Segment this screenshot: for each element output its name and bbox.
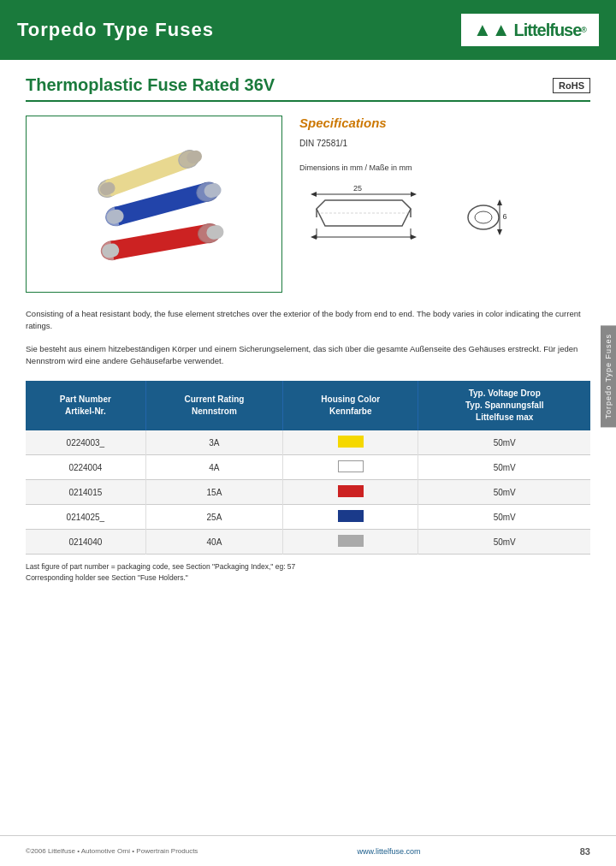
svg-marker-31 bbox=[497, 199, 502, 205]
cell-color bbox=[283, 530, 418, 555]
color-swatch-icon bbox=[338, 510, 364, 522]
svg-point-29 bbox=[475, 211, 492, 223]
cell-voltage-drop: 50mV bbox=[418, 430, 590, 455]
specs-area: Specifications DIN 72581/1 Dimensions in… bbox=[299, 116, 590, 293]
col-housing-color: Housing Color Kennfarbe bbox=[283, 381, 418, 430]
cell-color bbox=[283, 505, 418, 530]
section-title: Thermoplastic Fuse Rated 36V bbox=[26, 75, 275, 95]
cell-part-number: 0224004 bbox=[26, 455, 145, 480]
data-table: Part Number Artikel-Nr. Current Rating N… bbox=[26, 381, 590, 555]
top-area: Specifications DIN 72581/1 Dimensions in… bbox=[26, 116, 590, 293]
table-footnote: Last figure of part number = packaging c… bbox=[26, 561, 590, 584]
color-swatch-icon bbox=[338, 436, 364, 448]
table-header-row: Part Number Artikel-Nr. Current Rating N… bbox=[26, 381, 590, 430]
fuse-product-image bbox=[38, 125, 270, 283]
dimensions-label: Dimensions in mm / Maße in mm bbox=[299, 163, 590, 172]
specs-din: DIN 72581/1 bbox=[299, 139, 590, 148]
cell-voltage-drop: 50mV bbox=[418, 455, 590, 480]
header-title: Torpedo Type Fuses bbox=[17, 19, 214, 41]
color-swatch-icon bbox=[338, 485, 364, 497]
svg-point-28 bbox=[468, 205, 499, 229]
cell-part-number: 0214040 bbox=[26, 530, 145, 555]
table-row: 0214015 15A 50mV bbox=[26, 480, 590, 505]
svg-text:25: 25 bbox=[353, 184, 362, 193]
cell-current: 40A bbox=[145, 530, 282, 555]
col-current-rating: Current Rating Nennstrom bbox=[145, 381, 282, 430]
table-row: 0224004 4A 50mV bbox=[26, 455, 590, 480]
cell-color bbox=[283, 430, 418, 455]
description-area: Consisting of a heat resistant body, the… bbox=[26, 308, 590, 367]
rohs-badge: RoHS bbox=[553, 78, 590, 93]
header-logo: ▲▲ Littelfuse ® bbox=[461, 14, 599, 46]
dimension-svg-end: 6 bbox=[462, 179, 509, 256]
svg-marker-26 bbox=[311, 234, 317, 240]
description-german: Sie besteht aus einem hitzebeständigen K… bbox=[26, 343, 590, 368]
svg-marker-17 bbox=[411, 192, 417, 197]
color-swatch-icon bbox=[338, 535, 364, 547]
specs-title: Specifications bbox=[299, 116, 590, 130]
footer-website: www.littelfuse.com bbox=[358, 847, 421, 856]
cell-color bbox=[283, 455, 418, 480]
footer-copyright: ©2006 Littelfuse • Automotive Orni • Pow… bbox=[26, 847, 198, 855]
svg-marker-32 bbox=[497, 229, 502, 235]
cell-color bbox=[283, 480, 418, 505]
cell-part-number: 0224003_ bbox=[26, 430, 145, 455]
cell-voltage-drop: 50mV bbox=[418, 480, 590, 505]
dimension-svg-side: 25 bbox=[299, 179, 445, 256]
cell-voltage-drop: 50mV bbox=[418, 530, 590, 555]
description-english: Consisting of a heat resistant body, the… bbox=[26, 308, 590, 333]
cell-current: 25A bbox=[145, 505, 282, 530]
svg-text:6: 6 bbox=[502, 212, 506, 221]
cell-current: 15A bbox=[145, 480, 282, 505]
dimension-drawing: 25 bbox=[299, 179, 590, 256]
cell-part-number: 0214025_ bbox=[26, 505, 145, 530]
table-row: 0214025_ 25A 50mV bbox=[26, 505, 590, 530]
cell-voltage-drop: 50mV bbox=[418, 505, 590, 530]
cell-current: 4A bbox=[145, 455, 282, 480]
side-tab: Torpedo Type Fuses bbox=[601, 325, 616, 427]
logo-registered: ® bbox=[581, 26, 587, 34]
table-row: 0214040 40A 50mV bbox=[26, 530, 590, 555]
logo-slash-icon: ▲▲ bbox=[473, 19, 511, 41]
cell-current: 3A bbox=[145, 430, 282, 455]
footer-page-number: 83 bbox=[580, 846, 590, 857]
section-header: Thermoplastic Fuse Rated 36V RoHS bbox=[26, 75, 590, 102]
table-row: 0224003_ 3A 50mV bbox=[26, 430, 590, 455]
header: Torpedo Type Fuses ▲▲ Littelfuse ® bbox=[0, 0, 616, 60]
col-part-number: Part Number Artikel-Nr. bbox=[26, 381, 145, 430]
main-content: Thermoplastic Fuse Rated 36V RoHS bbox=[0, 60, 616, 599]
product-image-box bbox=[26, 116, 282, 293]
color-swatch-icon bbox=[338, 460, 364, 472]
logo-text: Littelfuse bbox=[513, 21, 581, 40]
svg-rect-11 bbox=[110, 224, 210, 260]
cell-part-number: 0214015 bbox=[26, 480, 145, 505]
footer: ©2006 Littelfuse • Automotive Orni • Pow… bbox=[0, 835, 616, 866]
svg-marker-27 bbox=[411, 234, 417, 240]
svg-marker-16 bbox=[311, 192, 317, 197]
col-voltage-drop: Typ. Voltage Drop Typ. Spannungsfall Lit… bbox=[418, 381, 590, 430]
